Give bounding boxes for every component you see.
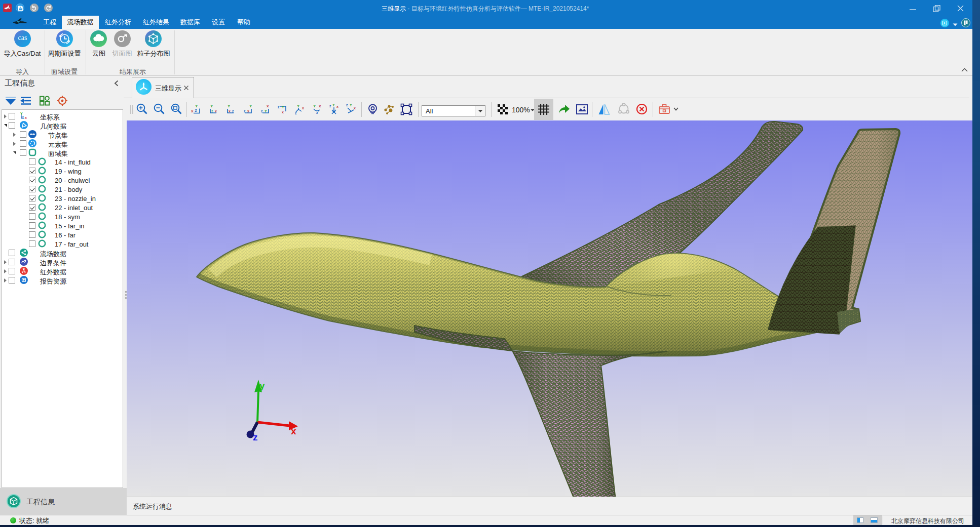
svg-text:Y: Y: [228, 104, 231, 108]
svg-text:Y: Y: [297, 104, 300, 108]
svg-text:Y: Y: [249, 104, 252, 108]
svg-text:Y: Y: [332, 103, 335, 107]
svg-text:z: z: [278, 105, 280, 109]
svg-text:Z: Z: [195, 109, 198, 112]
svg-text:x: x: [215, 109, 217, 113]
svg-text:x: x: [291, 426, 296, 436]
svg-text:z: z: [346, 103, 348, 107]
svg-text:Y: Y: [195, 104, 198, 108]
svg-text:Y: Y: [282, 105, 284, 109]
svg-text:Y: Y: [210, 104, 213, 108]
svg-text:z: z: [211, 109, 213, 113]
svg-text:z: z: [244, 109, 246, 113]
svg-text:z: z: [295, 111, 297, 115]
svg-text:z: z: [329, 104, 331, 108]
svg-text:x: x: [282, 110, 284, 114]
svg-text:x: x: [247, 109, 249, 113]
svg-text:x: x: [319, 104, 321, 108]
svg-text:Y: Y: [20, 112, 23, 115]
svg-text:z: z: [261, 109, 263, 113]
svg-text:x: x: [354, 106, 356, 110]
svg-text:z: z: [232, 109, 234, 113]
svg-text:z: z: [22, 115, 24, 119]
svg-text:y: y: [259, 380, 265, 391]
svg-text:z: z: [316, 111, 318, 114]
svg-text:x: x: [267, 104, 269, 108]
svg-text:Y: Y: [265, 109, 267, 113]
svg-text:x: x: [336, 105, 338, 108]
svg-text:x: x: [25, 116, 27, 119]
svg-text:z: z: [253, 432, 258, 442]
svg-text:Y: Y: [350, 103, 352, 107]
svg-text:x: x: [302, 106, 304, 110]
svg-text:x: x: [191, 109, 194, 113]
svg-text:Y: Y: [313, 104, 316, 108]
svg-text:x: x: [229, 109, 231, 113]
